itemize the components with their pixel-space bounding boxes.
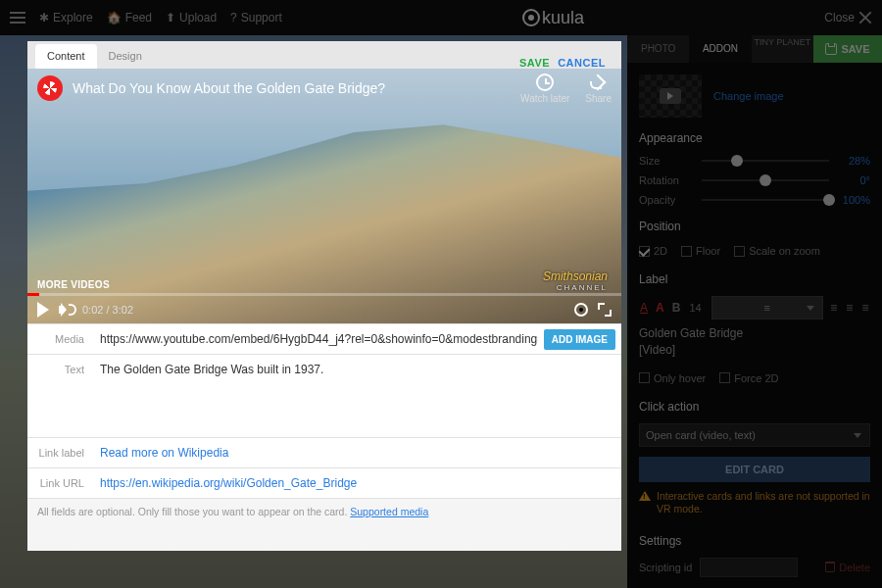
edit-card-modal: Content Design SAVE CANCEL What Do You K…	[27, 41, 621, 551]
field-text: Text The Golden Gate Bridge Was built in…	[27, 354, 621, 437]
volume-button[interactable]	[59, 303, 73, 317]
video-time: 0:02 / 3:02	[82, 304, 133, 316]
linklabel-input[interactable]	[94, 438, 621, 467]
linkurl-input[interactable]	[94, 468, 621, 498]
share-button[interactable]: Share	[585, 74, 612, 104]
linklabel-label: Link label	[27, 439, 94, 466]
modal-tab-content[interactable]: Content	[35, 44, 97, 69]
modal-tab-design[interactable]: Design	[97, 44, 154, 69]
field-link-label: Link label	[27, 437, 621, 467]
field-link-url: Link URL	[27, 467, 621, 498]
modal-save-button[interactable]: SAVE	[512, 57, 558, 69]
supported-media-link[interactable]: Supported media	[350, 506, 428, 517]
text-label: Text	[27, 355, 94, 383]
linkurl-label: Link URL	[27, 469, 94, 497]
watch-later-label: Watch later	[520, 93, 569, 104]
modal-footer: All fields are optional. Only fill those…	[27, 498, 621, 524]
video-controls: 0:02 / 3:02	[27, 296, 621, 323]
media-label: Media	[27, 325, 94, 353]
modal-tabs: Content Design SAVE CANCEL	[27, 41, 621, 69]
clock-icon	[536, 74, 554, 91]
channel-watermark: SmithsonianCHANNEL	[543, 270, 608, 292]
add-image-button[interactable]: ADD IMAGE	[544, 329, 615, 350]
video-title[interactable]: What Do You Know About the Golden Gate B…	[73, 80, 385, 96]
more-videos-button[interactable]: MORE VIDEOS	[37, 279, 110, 290]
watch-later-button[interactable]: Watch later	[520, 74, 569, 104]
video-header-actions: Watch later Share	[520, 74, 612, 104]
channel-avatar-icon[interactable]	[37, 75, 63, 101]
video-header: What Do You Know About the Golden Gate B…	[27, 69, 621, 108]
video-settings-button[interactable]	[574, 303, 588, 317]
fullscreen-button[interactable]	[598, 303, 612, 317]
text-input[interactable]: The Golden Gate Bridge Was built in 1937…	[94, 355, 621, 437]
video-player[interactable]: What Do You Know About the Golden Gate B…	[27, 69, 621, 323]
share-label: Share	[585, 93, 612, 104]
field-media: Media ADD IMAGE	[27, 323, 621, 354]
share-icon	[590, 74, 608, 91]
footer-text: All fields are optional. Only fill those…	[37, 506, 350, 517]
media-input[interactable]	[94, 324, 544, 354]
play-button[interactable]	[37, 302, 49, 318]
modal-cancel-button[interactable]: CANCEL	[558, 57, 613, 69]
